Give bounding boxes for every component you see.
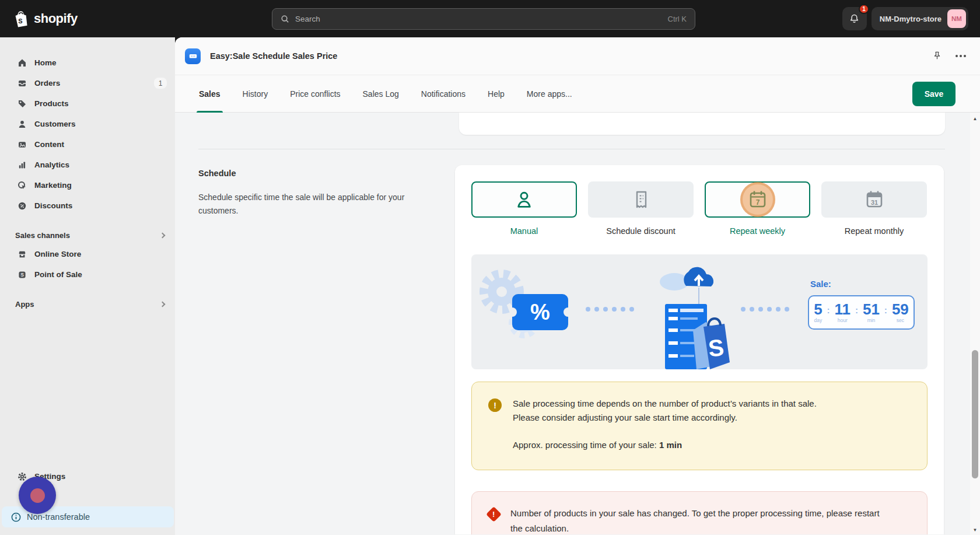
- option-schedule-discount[interactable]: Schedule discount: [588, 181, 694, 236]
- svg-text:S: S: [707, 334, 725, 362]
- scroll-down-arrow[interactable]: ▼: [970, 527, 980, 533]
- warning-line-1: Sale processing time depends on the numb…: [513, 397, 817, 411]
- approx-label: Approx. processing time of your sale:: [513, 440, 659, 450]
- upload-server-bag-icon: S: [650, 256, 734, 369]
- svg-text:S: S: [20, 272, 24, 278]
- topbar: S shopify Ctrl K 1 NM-Dmytro-store NM: [0, 0, 980, 37]
- info-icon: [11, 512, 21, 522]
- sidebar-item-marketing[interactable]: Marketing: [0, 175, 175, 195]
- countdown-unit-label: sec: [897, 317, 904, 323]
- alert-text: Number of products in your sale has chan…: [510, 506, 890, 534]
- sale-ticket-icon: %: [511, 291, 569, 333]
- tab-help[interactable]: Help: [488, 75, 505, 113]
- section-divider: [198, 149, 945, 149]
- sidebar-item-content[interactable]: Content: [0, 134, 175, 155]
- option-label: Manual: [510, 226, 538, 236]
- sale-countdown-label: Sale:: [810, 279, 915, 289]
- sidebar-item-label: Discounts: [34, 201, 72, 210]
- sale-process-illustration: % S: [471, 254, 928, 369]
- pin-icon[interactable]: [932, 51, 943, 62]
- sidebar-item-label: Content: [34, 140, 64, 149]
- tab-label: Sales Log: [363, 89, 399, 99]
- tab-sales-log[interactable]: Sales Log: [363, 75, 399, 113]
- countdown-separator: :: [827, 306, 830, 315]
- schedule-heading: Schedule: [198, 169, 443, 178]
- sidebar-item-analytics[interactable]: Analytics: [0, 155, 175, 175]
- sidebar-item-home[interactable]: Home: [0, 53, 175, 73]
- marketing-icon: [18, 181, 27, 190]
- countdown-days: 5: [814, 302, 822, 317]
- main-panel: Easy:Sale Schedule Sales Price Sales His…: [175, 37, 980, 535]
- countdown-separator: :: [855, 306, 858, 315]
- global-search[interactable]: Ctrl K: [272, 8, 695, 30]
- schedule-options: Manual Schedule discount: [471, 181, 928, 236]
- warning-line-2: Please consider adjusting your sale star…: [513, 411, 817, 425]
- section-label: Sales channels: [15, 231, 70, 240]
- storefront-icon: [18, 250, 27, 259]
- caution-icon: !: [488, 398, 502, 412]
- scroll-up-arrow[interactable]: ▲: [970, 116, 980, 121]
- scrollbar-thumb[interactable]: [972, 350, 978, 478]
- approx-value: 1 min: [659, 440, 682, 450]
- vertical-scrollbar[interactable]: ▲ ▼: [970, 113, 980, 535]
- restart-calculation-alert: ! Number of products in your sale has ch…: [471, 491, 928, 534]
- section-label: Apps: [15, 300, 34, 309]
- sidebar-item-label: Point of Sale: [34, 270, 82, 279]
- support-widget-icon: [30, 488, 45, 503]
- click-indicator: [740, 182, 775, 217]
- sidebar-item-orders[interactable]: Orders 1: [0, 73, 175, 93]
- sidebar-item-customers[interactable]: Customers: [0, 114, 175, 134]
- app-tab-bar: Sales History Price conflicts Sales Log …: [175, 75, 980, 113]
- chevron-right-icon: [160, 301, 166, 307]
- shopify-bag-icon: S: [13, 10, 29, 27]
- sidebar-item-label: Orders: [34, 79, 60, 88]
- dots-connector: [741, 307, 789, 312]
- critical-icon-glyph: !: [492, 510, 495, 519]
- sidebar-item-label: Marketing: [34, 181, 72, 190]
- tab-sales[interactable]: Sales: [199, 75, 220, 113]
- tab-more-apps[interactable]: More apps...: [527, 75, 572, 113]
- store-menu[interactable]: NM-Dmytro-store NM: [872, 7, 968, 30]
- tab-price-conflicts[interactable]: Price conflicts: [290, 75, 340, 113]
- avatar: NM: [947, 9, 966, 28]
- save-button[interactable]: Save: [912, 82, 956, 106]
- notifications-button[interactable]: 1: [842, 7, 867, 30]
- svg-text:31: 31: [870, 199, 877, 206]
- sidebar-item-products[interactable]: Products: [0, 93, 175, 114]
- more-options-icon[interactable]: [956, 55, 966, 57]
- sidebar-item-discounts[interactable]: Discounts: [0, 195, 175, 216]
- dots-connector: [586, 307, 634, 312]
- countdown-minutes: 51: [863, 302, 880, 317]
- countdown-seconds: 59: [892, 302, 909, 317]
- person-icon: [513, 189, 535, 211]
- sale-countdown: Sale: 5day : 11hour : 51min : 59sec: [808, 279, 915, 330]
- tab-history[interactable]: History: [243, 75, 268, 113]
- support-widget-button[interactable]: [19, 477, 56, 514]
- search-input[interactable]: [295, 15, 662, 23]
- customers-icon: [18, 120, 27, 129]
- products-icon: [18, 99, 27, 109]
- sidebar-item-online-store[interactable]: Online Store: [0, 244, 175, 264]
- tab-label: More apps...: [527, 89, 572, 99]
- previous-section-card: [459, 113, 945, 135]
- option-repeat-weekly[interactable]: 7 Repeat weekly: [705, 181, 810, 236]
- tab-notifications[interactable]: Notifications: [421, 75, 466, 113]
- countdown-timer: 5day : 11hour : 51min : 59sec: [808, 295, 915, 330]
- sidebar-item-label: Home: [34, 58, 57, 67]
- search-icon: [281, 15, 289, 23]
- option-label: Repeat monthly: [845, 226, 904, 236]
- sidebar-section-sales-channels[interactable]: Sales channels: [0, 226, 175, 244]
- sidebar-section-apps[interactable]: Apps: [0, 295, 175, 313]
- svg-text:S: S: [18, 18, 22, 25]
- analytics-icon: [18, 160, 27, 170]
- shopify-logo[interactable]: S shopify: [13, 10, 78, 27]
- option-repeat-monthly[interactable]: 31 Repeat monthly: [821, 181, 927, 236]
- sidebar-item-point-of-sale[interactable]: S Point of Sale: [0, 264, 175, 285]
- schedule-description: Schedule specific time the sale will be …: [198, 191, 435, 218]
- home-icon: [18, 58, 27, 68]
- svg-text:%: %: [530, 300, 550, 324]
- receipt-discount-icon: [631, 189, 652, 210]
- option-manual[interactable]: Manual: [471, 181, 577, 236]
- content-icon: [18, 140, 27, 149]
- sidebar-item-label: Products: [34, 99, 69, 108]
